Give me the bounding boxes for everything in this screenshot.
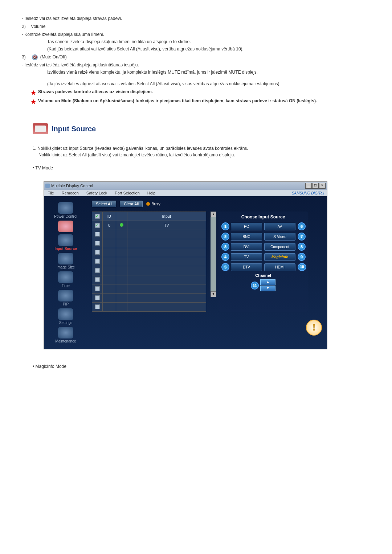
input-component-button[interactable]: Component [264, 243, 295, 251]
remote-icon [58, 221, 73, 232]
table-row[interactable] [92, 257, 206, 266]
sidebar-item-label: Maintenance [44, 339, 87, 343]
grid-header-row: ID Input [92, 212, 206, 221]
sidebar-item-pip[interactable]: PIP [44, 290, 87, 306]
display-grid: ID Input 0 TV [92, 212, 206, 312]
input-av-button[interactable]: AV [264, 223, 295, 230]
scroll-down-icon[interactable]: ▼ [211, 291, 216, 297]
volume-number: 2) [22, 23, 30, 30]
power-control-icon [58, 202, 73, 214]
row-input: TV [127, 221, 206, 230]
input-bnc-button[interactable]: BNC [231, 233, 262, 241]
callout-5: 5 [221, 263, 229, 271]
menu-remocon[interactable]: Remocon [58, 190, 83, 196]
check-all-checkbox[interactable] [95, 214, 100, 219]
step-1: 1. Noklikšķiniet uz Input Source (Ievade… [33, 145, 370, 158]
input-tv-button[interactable]: TV [231, 253, 262, 261]
row-checkbox[interactable] [95, 241, 100, 246]
mute-line2: Izvēloties vienā reizē vienu komplektu, … [47, 69, 370, 75]
callout-3: 3 [221, 243, 229, 251]
busy-dot-icon [146, 202, 150, 206]
callout-10: 10 [298, 263, 306, 271]
image-size-icon [58, 253, 73, 264]
step1-b: Noklik ķiniet uz Select All (atlasīt vis… [38, 152, 235, 158]
sidebar-item-remote[interactable] [44, 221, 87, 232]
input-hdmi-button[interactable]: HDMI [264, 263, 295, 271]
table-row[interactable] [92, 248, 206, 257]
channel-up-button[interactable]: ▲ [260, 279, 275, 285]
star-note-2: ★ Volume un Mute (Skaļuma un Apklusināša… [31, 98, 370, 105]
clear-all-button[interactable]: Clear All [120, 201, 143, 207]
row-checkbox[interactable] [95, 295, 100, 300]
row-checkbox[interactable] [95, 268, 100, 273]
table-row[interactable] [92, 303, 206, 312]
callout-4: 4 [221, 253, 229, 261]
minimize-button[interactable]: _ [305, 183, 312, 189]
grid-header-input: Input [127, 212, 206, 221]
sidebar-item-input-source[interactable]: Input Source [44, 234, 87, 251]
sidebar-item-power-control[interactable]: Power Control [44, 202, 87, 218]
table-row[interactable] [92, 294, 206, 303]
sidebar-item-label: Power Control [44, 214, 87, 218]
row-checkbox[interactable] [95, 304, 100, 309]
row-checkbox[interactable] [95, 223, 100, 228]
callout-11: 11 [251, 282, 259, 290]
row-checkbox[interactable] [95, 286, 100, 291]
choose-input-panel: Choose Input Source 1 PC AV 6 2 BNC S-Vi… [219, 212, 308, 312]
row-checkbox[interactable] [95, 259, 100, 264]
channel-down-button[interactable]: ▼ [260, 286, 275, 291]
volume-item-row: 2) Volume [22, 23, 370, 30]
star-icon: ★ [31, 98, 36, 105]
grid-scrollbar[interactable]: ▲ ▼ [211, 212, 216, 297]
menu-bar: File Remocon Safety Lock Port Selection … [44, 190, 327, 196]
table-row[interactable] [92, 284, 206, 294]
sidebar-item-label: PIP [44, 302, 87, 306]
section-title: Input Source [52, 125, 96, 133]
menu-safety-lock[interactable]: Safety Lock [83, 190, 111, 196]
sidebar-item-maintenance[interactable]: Maintenance [44, 327, 87, 343]
channel-label: Channel [221, 273, 305, 278]
row-checkbox[interactable] [95, 277, 100, 282]
table-row[interactable]: 0 TV [92, 221, 206, 230]
input-pc-button[interactable]: PC [231, 223, 262, 230]
menu-help[interactable]: Help [144, 190, 160, 196]
input-magicinfo-button[interactable]: MagicInfo [264, 253, 295, 261]
star-note-1: ★ Strāvas padeves kontrole attiecas uz v… [31, 89, 370, 96]
scroll-up-icon[interactable]: ▲ [211, 212, 216, 217]
toolbar: Select All Clear All Busy [87, 196, 327, 210]
busy-indicator: Busy [146, 202, 160, 206]
menu-file[interactable]: File [44, 190, 58, 196]
sidebar-item-label: Settings [44, 321, 87, 325]
info-icon[interactable]: ! [306, 320, 322, 336]
maximize-button[interactable]: □ [312, 183, 319, 189]
table-row[interactable] [92, 275, 206, 284]
step1-num: 1. [33, 146, 36, 151]
table-row[interactable] [92, 230, 206, 239]
sidebar-item-label: Input Source [44, 247, 87, 251]
sidebar-item-time[interactable]: Time [44, 271, 87, 288]
star-icon: ★ [31, 89, 36, 96]
table-row[interactable] [92, 239, 206, 248]
menu-port-selection[interactable]: Port Selection [111, 190, 143, 196]
title-bar: Multiple Display Control _ □ × [44, 182, 327, 190]
input-dtv-button[interactable]: DTV [231, 263, 262, 271]
settings-icon [58, 308, 73, 320]
input-svideo-button[interactable]: S-Video [264, 233, 295, 241]
close-button[interactable]: × [319, 183, 326, 189]
row-checkbox[interactable] [95, 250, 100, 255]
sidebar: Power Control Input Source Image Size Ti… [44, 196, 87, 349]
sidebar-item-settings[interactable]: Settings [44, 308, 87, 325]
star1-text: Strāvas padeves kontrole attiecas uz vis… [38, 89, 153, 96]
input-dvi-button[interactable]: DVI [231, 243, 262, 251]
mute-item-row: 3) 🔇 (Mute On/Off) [22, 54, 370, 60]
row-checkbox[interactable] [95, 232, 100, 237]
main-panel: Select All Clear All Busy ID [87, 196, 327, 349]
sidebar-item-image-size[interactable]: Image Size [44, 253, 87, 269]
window-controls: _ □ × [305, 183, 326, 189]
mute-number: 3) [22, 54, 30, 60]
table-row[interactable] [92, 266, 206, 275]
select-all-button[interactable]: Select All [92, 201, 116, 207]
volume-label: Volume [31, 24, 45, 29]
choose-input-title: Choose Input Source [221, 214, 305, 219]
callout-8: 8 [298, 243, 306, 251]
